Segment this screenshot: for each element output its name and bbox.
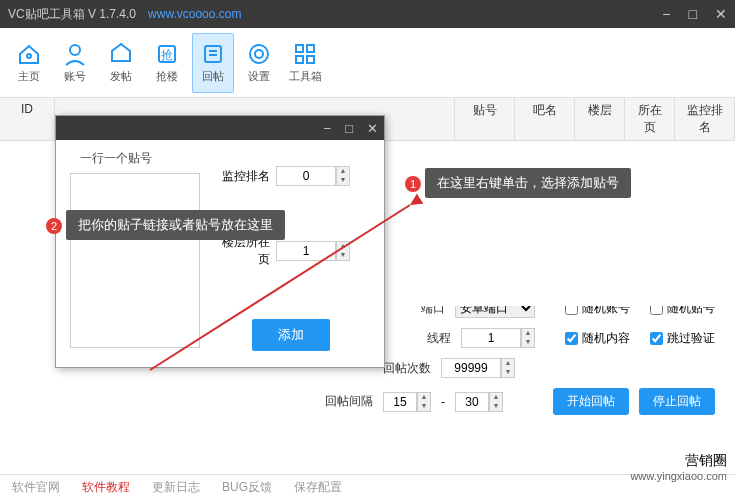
footer-changelog[interactable]: 更新日志 <box>152 479 200 496</box>
start-button[interactable]: 开始回帖 <box>553 388 629 415</box>
chk-random-content[interactable]: 随机内容 <box>565 330 630 347</box>
stop-button[interactable]: 停止回帖 <box>639 388 715 415</box>
rank-spinner[interactable]: ▲▼ <box>276 166 350 186</box>
interval-max-spinner[interactable]: ▲▼ <box>455 392 503 412</box>
callout-1: 在这里右键单击，选择添加贴号 <box>425 168 631 198</box>
footer-feedback[interactable]: BUG反馈 <box>222 479 272 496</box>
footer-tutorial[interactable]: 软件教程 <box>82 479 130 496</box>
nav-settings-label: 设置 <box>248 69 270 84</box>
minimize-icon[interactable]: − <box>662 6 670 22</box>
nav-home-label: 主页 <box>18 69 40 84</box>
nav-account[interactable]: 账号 <box>54 33 96 93</box>
titlebar: VC贴吧工具箱 V 1.7.4.0 www.vcoooo.com − □ ✕ <box>0 0 735 28</box>
add-dialog: − □ ✕ 一行一个贴号 监控排名 ▲▼ 楼层所在页 ▲▼ 添加 <box>55 115 385 368</box>
svg-rect-9 <box>296 45 303 52</box>
grid-icon <box>292 41 318 67</box>
reply-icon <box>200 41 226 67</box>
gear-icon <box>246 41 272 67</box>
count-label: 回帖次数 <box>383 360 431 377</box>
svg-point-8 <box>250 45 268 63</box>
nav-settings[interactable]: 设置 <box>238 33 280 93</box>
chk-skip-verify[interactable]: 跳过验证 <box>650 330 715 347</box>
thread-spinner[interactable]: ▲▼ <box>461 328 535 348</box>
user-icon <box>62 41 88 67</box>
callout-2-badge: 2 <box>46 218 62 234</box>
footer-save[interactable]: 保存配置 <box>294 479 342 496</box>
interval-label: 回帖间隔 <box>325 393 373 410</box>
callout-2-text: 把你的贴子链接或者贴号放在这里 <box>78 216 273 234</box>
close-icon[interactable]: ✕ <box>715 6 727 22</box>
interval-dash: - <box>441 395 445 409</box>
count-spinner[interactable]: ▲▼ <box>441 358 515 378</box>
col-tiehao[interactable]: 贴号 <box>455 98 515 140</box>
svg-point-1 <box>70 45 80 55</box>
nav-toolbox[interactable]: 工具箱 <box>284 33 326 93</box>
grab-icon: 抢 <box>154 41 180 67</box>
svg-rect-11 <box>296 56 303 63</box>
add-button[interactable]: 添加 <box>252 319 330 351</box>
svg-rect-10 <box>307 45 314 52</box>
app-title: VC贴吧工具箱 V 1.7.4.0 <box>8 6 136 23</box>
tie-input-textarea[interactable] <box>70 173 200 348</box>
nav-reply[interactable]: 回帖 <box>192 33 234 93</box>
floor-spinner[interactable]: ▲▼ <box>276 241 350 261</box>
col-page[interactable]: 所在页 <box>625 98 675 140</box>
toolbar: 主页 账号 发帖 抢 抢楼 回帖 设置 工具箱 <box>0 28 735 98</box>
rank-label: 监控排名 <box>212 168 270 185</box>
interval-min-spinner[interactable]: ▲▼ <box>383 392 431 412</box>
footer-official[interactable]: 软件官网 <box>12 479 60 496</box>
post-icon <box>108 41 134 67</box>
callout-2: 把你的贴子链接或者贴号放在这里 <box>66 210 285 240</box>
window-controls: − □ ✕ <box>662 6 727 22</box>
thread-label: 线程 <box>427 330 451 347</box>
dialog-minimize-icon[interactable]: − <box>324 121 332 136</box>
footer: 软件官网 软件教程 更新日志 BUG反馈 保存配置 <box>0 474 735 500</box>
callout-1-text: 在这里右键单击，选择添加贴号 <box>437 174 619 192</box>
callout-1-badge: 1 <box>405 176 421 192</box>
nav-toolbox-label: 工具箱 <box>289 69 322 84</box>
dialog-close-icon[interactable]: ✕ <box>367 121 378 136</box>
nav-home[interactable]: 主页 <box>8 33 50 93</box>
col-id[interactable]: ID <box>0 98 55 140</box>
col-baming[interactable]: 吧名 <box>515 98 575 140</box>
watermark: 营销圈 www.yingxiaoo.com <box>630 452 727 482</box>
svg-rect-12 <box>307 56 314 63</box>
maximize-icon[interactable]: □ <box>689 6 697 22</box>
nav-account-label: 账号 <box>64 69 86 84</box>
svg-text:抢: 抢 <box>161 48 173 62</box>
col-louceng[interactable]: 楼层 <box>575 98 625 140</box>
col-monitor[interactable]: 监控排名 <box>675 98 735 140</box>
nav-post[interactable]: 发帖 <box>100 33 142 93</box>
nav-grab[interactable]: 抢 抢楼 <box>146 33 188 93</box>
dialog-header-text: 一行一个贴号 <box>80 150 200 167</box>
nav-post-label: 发帖 <box>110 69 132 84</box>
dialog-maximize-icon[interactable]: □ <box>345 121 353 136</box>
dialog-titlebar[interactable]: − □ ✕ <box>56 116 384 140</box>
svg-point-7 <box>255 50 263 58</box>
nav-grab-label: 抢楼 <box>156 69 178 84</box>
nav-reply-label: 回帖 <box>202 69 224 84</box>
app-url[interactable]: www.vcoooo.com <box>148 7 241 21</box>
svg-point-0 <box>27 54 31 58</box>
home-icon <box>16 41 42 67</box>
